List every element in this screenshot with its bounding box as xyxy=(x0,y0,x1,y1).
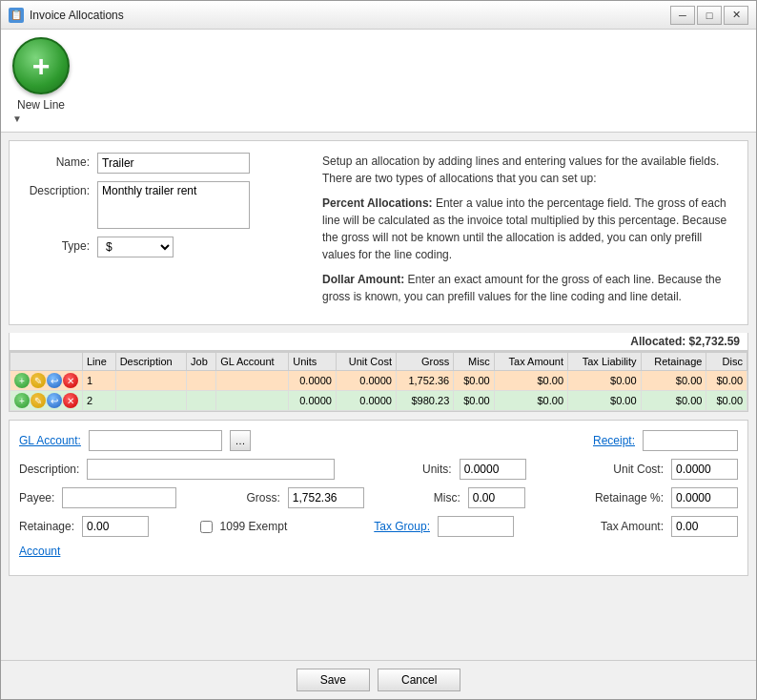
receipt-label[interactable]: Receipt: xyxy=(593,434,635,447)
detail-description-label: Description: xyxy=(19,463,79,476)
type-row: Type: $ % xyxy=(21,237,307,257)
row1-actions: + ✎ ↩ ✕ xyxy=(10,371,83,391)
cancel-button[interactable]: Cancel xyxy=(378,669,460,691)
col-misc: Misc xyxy=(454,353,494,371)
new-line-button[interactable]: + xyxy=(12,37,70,94)
type-select[interactable]: $ % xyxy=(97,237,174,257)
row1-add-button[interactable]: + xyxy=(14,373,30,388)
detail-description-input[interactable] xyxy=(87,459,335,480)
row1-description xyxy=(115,371,186,391)
receipt-input[interactable] xyxy=(643,430,738,451)
payee-input[interactable] xyxy=(62,487,176,508)
retainage-input[interactable] xyxy=(82,516,149,537)
minimize-button[interactable]: ─ xyxy=(670,6,695,25)
title-bar: 📋 Invoice Allocations ─ □ ✕ xyxy=(1,1,756,30)
row1-delete-button[interactable]: ✕ xyxy=(63,373,78,388)
row1-disc: $0.00 xyxy=(706,371,747,391)
row1-line: 1 xyxy=(83,371,116,391)
maximize-button[interactable]: □ xyxy=(697,6,722,25)
gross-input[interactable] xyxy=(288,487,364,508)
row1-edit-button[interactable]: ✎ xyxy=(31,373,46,388)
detail-section: GL Account: … Receipt: Description: Unit… xyxy=(9,420,748,576)
description-row: Description: Monthly trailer rent xyxy=(21,181,307,229)
tax-group-input[interactable] xyxy=(438,516,514,537)
units-input[interactable] xyxy=(460,459,526,480)
unit-cost-label: Unit Cost: xyxy=(613,463,664,476)
row2-tax-amount: $0.00 xyxy=(494,391,567,411)
window-icon: 📋 xyxy=(9,8,24,23)
new-line-label: New Line xyxy=(12,98,70,112)
col-unit-cost: Unit Cost xyxy=(336,353,396,371)
row2-actions: + ✎ ↩ ✕ xyxy=(10,391,83,411)
col-actions xyxy=(10,353,83,371)
col-disc: Disc xyxy=(706,353,747,371)
col-gross: Gross xyxy=(396,353,453,371)
gl-account-browse-button[interactable]: … xyxy=(230,430,251,451)
name-label: Name: xyxy=(21,153,97,169)
row2-tax-liability: $0.00 xyxy=(568,391,642,411)
col-tax-amount: Tax Amount xyxy=(494,353,567,371)
retainage-pct-input[interactable] xyxy=(671,487,738,508)
row2-units: 0.0000 xyxy=(289,391,337,411)
help-intro: Setup an allocation by adding lines and … xyxy=(322,153,736,187)
tax-group-label[interactable]: Tax Group: xyxy=(374,520,430,533)
description-input[interactable]: Monthly trailer rent xyxy=(97,181,250,229)
row2-gross: $980.23 xyxy=(396,391,453,411)
allocated-label: Allocated: xyxy=(630,335,685,348)
close-button[interactable]: ✕ xyxy=(724,6,748,25)
row2-misc: $0.00 xyxy=(454,391,494,411)
row1-units: 0.0000 xyxy=(289,371,337,391)
scrollable-area: Name: Description: Monthly trailer rent … xyxy=(1,133,756,660)
account-label[interactable]: Account xyxy=(19,545,60,558)
retainage-label: Retainage: xyxy=(19,520,74,533)
type-label: Type: xyxy=(21,237,97,253)
row1-gl-account xyxy=(216,371,289,391)
row1-tax-amount: $0.00 xyxy=(494,371,567,391)
allocation-table: Line Description Job GL Account Units Un… xyxy=(10,352,747,411)
help-percent-title: Percent Allocations: xyxy=(322,196,433,210)
detail-row-4: Retainage: 1099 Exempt Tax Group: Tax Am… xyxy=(19,516,738,537)
name-row: Name: xyxy=(21,153,307,174)
gl-account-label[interactable]: GL Account: xyxy=(19,434,81,447)
detail-row-account: Account xyxy=(19,545,738,558)
payee-label: Payee: xyxy=(19,491,54,504)
exempt-checkbox[interactable] xyxy=(200,521,213,533)
row2-disc: $0.00 xyxy=(706,391,747,411)
row1-retainage: $0.00 xyxy=(641,371,706,391)
help-text: Setup an allocation by adding lines and … xyxy=(322,153,736,313)
toolbar: + New Line ▼ xyxy=(1,30,756,133)
row2-undo-button[interactable]: ↩ xyxy=(47,393,62,408)
exempt-label: 1099 Exempt xyxy=(220,520,288,533)
retainage-pct-label: Retainage %: xyxy=(595,491,664,504)
row2-add-button[interactable]: + xyxy=(14,393,30,408)
description-label: Description: xyxy=(21,181,97,197)
row1-job xyxy=(187,371,216,391)
dropdown-arrow[interactable]: ▼ xyxy=(12,113,22,124)
col-line: Line xyxy=(83,353,116,371)
footer-buttons: Save Cancel xyxy=(1,660,756,699)
row1-gross: 1,752.36 xyxy=(396,371,453,391)
misc-input[interactable] xyxy=(468,487,525,508)
name-input[interactable] xyxy=(97,153,250,174)
gl-account-input[interactable] xyxy=(89,430,222,451)
row2-unit-cost: 0.0000 xyxy=(336,391,396,411)
window-title: Invoice Allocations xyxy=(30,9,670,22)
gross-label: Gross: xyxy=(246,491,279,504)
row2-job xyxy=(187,391,216,411)
row1-undo-button[interactable]: ↩ xyxy=(47,373,62,388)
row2-retainage: $0.00 xyxy=(641,391,706,411)
table-header-row: Line Description Job GL Account Units Un… xyxy=(10,353,747,371)
col-description: Description xyxy=(115,353,186,371)
tax-amount-input[interactable] xyxy=(671,516,738,537)
unit-cost-input[interactable] xyxy=(671,459,738,480)
row2-edit-button[interactable]: ✎ xyxy=(31,393,46,408)
misc-label: Misc: xyxy=(434,491,460,504)
col-units: Units xyxy=(289,353,337,371)
tax-amount-label: Tax Amount: xyxy=(601,520,664,533)
help-dollar: Dollar Amount: Enter an exact amount for… xyxy=(322,271,736,305)
table-row: + ✎ ↩ ✕ 2 0.0000 0.0000 $980.23 xyxy=(10,391,747,411)
row2-delete-button[interactable]: ✕ xyxy=(63,393,78,408)
detail-row-1: GL Account: … Receipt: xyxy=(19,430,738,451)
row1-misc: $0.00 xyxy=(454,371,494,391)
save-button[interactable]: Save xyxy=(297,669,370,691)
